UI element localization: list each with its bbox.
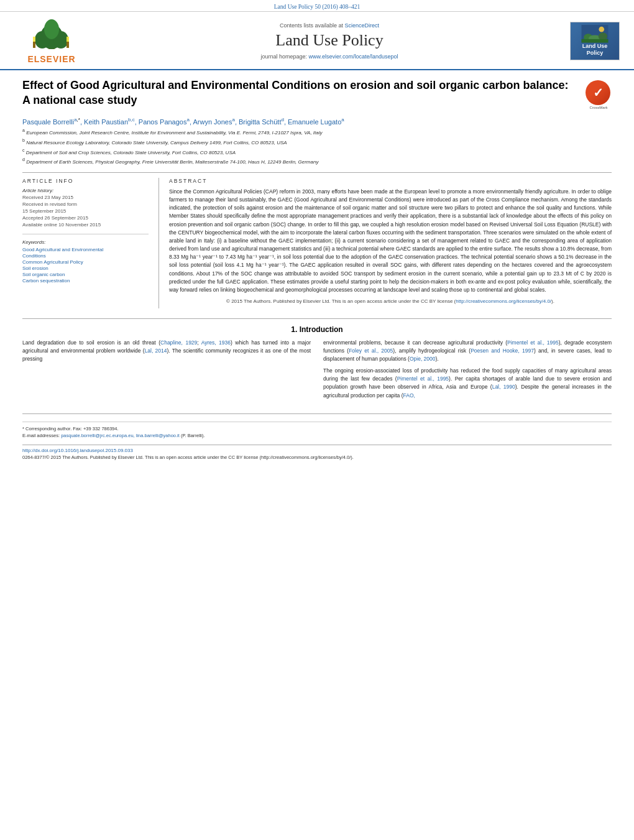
journal-reference-bar: Land Use Policy 50 (2016) 408–421 [0,0,634,12]
bottom-links: http://dx.doi.org/10.1016/j.landusepol.2… [22,445,612,460]
keyword-3: Soil erosion [22,265,149,271]
available-date: Available online 10 November 2015 [22,222,149,228]
introduction-section: 1. Introduction Land degradation due to … [22,318,612,404]
crossmark-badge: ✓ CrossMark [586,80,612,106]
journal-logo-box: Land Use Policy [567,22,623,60]
homepage-url-text: www.elsevier.com/locate/landusepol [309,53,398,60]
lal2014-link[interactable]: Lal, 2014 [145,348,167,354]
affil-a: a European Commission, Joint Research Ce… [22,127,612,137]
intro-title: Introduction [300,325,343,334]
received-date: Received 23 May 2015 [22,195,149,200]
journal-header: ELSEVIER Contents lists available at Sci… [0,12,634,70]
sciencedirect-link[interactable]: ScienceDirect [345,22,380,29]
affil-b: b Natural Resource Ecology Laboratory, C… [22,137,612,147]
elsevier-brand-text: ELSEVIER [27,54,75,64]
intro-para-2: environmental problems, because it can d… [323,339,612,364]
journal-ref-text: Land Use Policy 50 (2016) 408–421 [274,4,361,10]
journal-logo-image: Land Use Policy [570,22,620,60]
article-title-section: Effect of Good Agricultural and Environm… [22,78,612,112]
ayres-link[interactable]: Ayres, 1936 [201,339,231,346]
keyword-2: Common Agricultural Policy [22,259,149,265]
elsevier-logo: ELSEVIER [11,18,92,64]
author-name-footnote: (P. Barrelli). [181,433,205,438]
logo-title-text: Land Use Policy [582,43,608,57]
article-info-header: ARTICLE INFO [22,178,149,184]
elsevier-tree-icon [27,18,76,52]
sciencedirect-text: ScienceDirect [345,22,380,29]
intro-number: 1. [291,325,297,334]
page: Land Use Policy 50 (2016) 408–421 ELSEVI… [0,0,634,840]
abstract-header: ABSTRACT [169,178,612,184]
footnote-divider [22,422,612,422]
history-label: Article history: [22,188,149,193]
article-title: Effect of Good Agricultural and Environm… [22,78,573,108]
contents-label: Contents lists available at [280,22,343,29]
email-link[interactable]: pasquale.borrelli@jrc.ec.europa.eu, lina… [61,433,180,438]
chapline-link[interactable]: Chapline, 1929 [160,339,197,346]
revised-date: 15 September 2015 [22,208,149,214]
doi-text: http://dx.doi.org/10.1016/j.landusepol.2… [22,448,133,453]
pimentel1995-link[interactable]: Pimentel et al., 1995 [507,339,559,346]
corresponding-footnote: * Corresponding author. Fax: +39 332 786… [22,426,612,432]
keyword-1: Good Agricultural and Environmental [22,247,149,252]
homepage-url-link[interactable]: www.elsevier.com/locate/landusepol [309,53,398,60]
cc-license-link[interactable]: http://creativecommons.org/licenses/by/4… [456,298,551,304]
abstract-text: Since the Common Agricultural Policies (… [169,188,612,306]
intro-para-3: The ongoing erosion-associated loss of p… [323,367,612,400]
affiliations-block: a European Commission, Joint Research Ce… [22,127,612,166]
authors-line: Pasquale Borrellia,*, Keith Paustianb,c,… [22,117,612,126]
journal-center-header: Contents lists available at ScienceDirec… [92,22,567,60]
svg-point-4 [44,19,59,39]
email-text: pasquale.borrelli@jrc.ec.europa.eu, lina… [61,433,180,438]
homepage-label: journal homepage: [260,53,307,60]
foley2005-link[interactable]: Foley et al., 2005 [349,348,393,354]
accepted-date: Accepted 26 September 2015 [22,215,149,221]
intro-left-col: Land degradation due to soil erosion is … [22,339,311,404]
copyright-close: ). [551,298,554,304]
journal-name-heading: Land Use Policy [104,31,554,50]
doi-line: http://dx.doi.org/10.1016/j.landusepol.2… [22,448,612,453]
intro-right-col: environmental problems, because it can d… [323,339,612,404]
opie-link[interactable]: Opie, 2000 [410,356,436,362]
article-history-block: Article history: Received 23 May 2015 Re… [22,188,149,228]
affil-c: c Department of Soil and Crop Sciences, … [22,147,612,157]
abstract-column: ABSTRACT Since the Common Agricultural P… [159,178,612,308]
copyright-line: © 2015 The Authors. Published by Elsevie… [169,298,612,305]
affil-c-text: Department of Soil and Crop Sciences, Co… [26,149,236,155]
affil-d: d Department of Earth Sciences, Physical… [22,157,612,166]
abstract-paragraph: Since the Common Agricultural Policies (… [169,188,612,294]
intro-left-text: Land degradation due to soil erosion is … [22,339,311,364]
revised-label: Received in revised form [22,201,149,207]
fao-link[interactable]: FAO, [403,392,415,399]
contents-line: Contents lists available at ScienceDirec… [104,22,554,29]
keywords-block: Keywords: Good Agricultural and Environm… [22,239,149,284]
keyword-1b: Conditions [22,253,149,259]
pimentel2-link[interactable]: Pimentel et al., 1995 [397,376,449,382]
homepage-line: journal homepage: www.elsevier.com/locat… [104,53,554,60]
svg-rect-7 [33,37,35,42]
svg-point-14 [599,27,604,32]
email-label: E-mail addresses: [22,433,60,438]
keywords-label: Keywords: [22,239,149,245]
divider [22,234,149,234]
intro-two-col: Land degradation due to soil erosion is … [22,339,612,404]
logo-line2: Policy [587,50,604,56]
intro-right-text: environmental problems, because it can d… [323,339,612,400]
logo-line1: Land Use [582,43,608,49]
corresponding-text: * Corresponding author. Fax: +39 332 786… [22,426,119,432]
doi-link[interactable]: http://dx.doi.org/10.1016/j.landusepol.2… [22,448,133,453]
poesen-link[interactable]: Poesen and Hooke, 1997 [471,348,534,354]
affil-b-text: Natural Resource Ecology Laboratory, Col… [26,140,287,145]
footnote-area: * Corresponding author. Fax: +39 332 786… [22,413,612,438]
svg-rect-8 [67,37,69,42]
keyword-5: Carbon sequestration [22,278,149,284]
lal1990-link[interactable]: Lal, 1990 [492,384,515,390]
affil-d-text: Department of Earth Sciences, Physical G… [26,159,318,165]
email-footnote: E-mail addresses: pasquale.borrelli@jrc.… [22,433,612,438]
affil-a-text: European Commission, Joint Research Cent… [26,130,322,136]
article-info-abstract-section: ARTICLE INFO Article history: Received 2… [22,172,612,308]
copyright-text: © 2015 The Authors. Published by Elsevie… [226,298,456,304]
land-use-policy-logo-icon [576,25,613,43]
main-content: Effect of Good Agricultural and Environm… [0,70,634,468]
intro-section-title: 1. Introduction [22,325,612,334]
